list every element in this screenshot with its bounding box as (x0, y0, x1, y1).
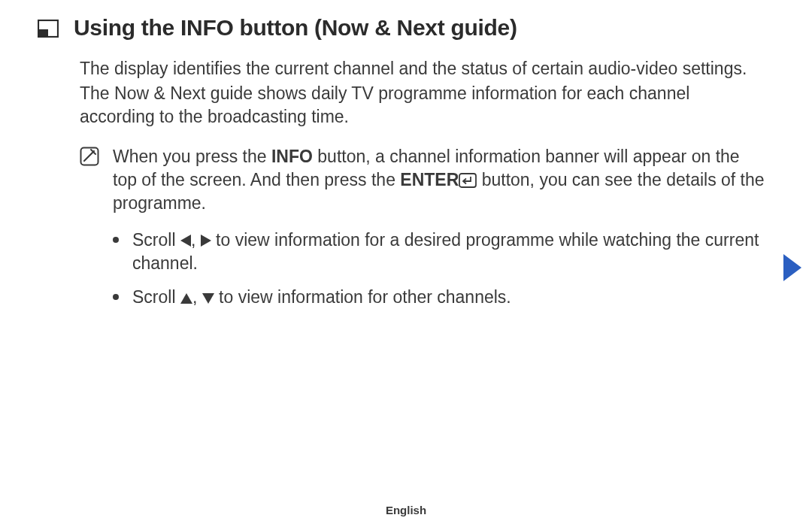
next-page-button[interactable] (783, 254, 801, 281)
note-block: When you press the INFO button, a channe… (80, 145, 767, 215)
note-bold-info: INFO (271, 147, 313, 166)
intro-p1: The display identifies the current chann… (80, 57, 767, 80)
b1-mid: to view information for a desired progra… (132, 230, 759, 273)
bullet-dot-icon (113, 294, 119, 300)
note-pre: When you press the (113, 147, 271, 166)
note-bold-enter: ENTER (400, 170, 459, 189)
bookmark-icon (38, 20, 59, 38)
b2-mid: to view information for other channels. (214, 287, 511, 307)
bullet-text: Scroll , to view information for other c… (132, 286, 767, 309)
arrow-right-icon (201, 235, 211, 247)
intro-p2: The Now & Next guide shows daily TV prog… (80, 82, 767, 129)
b2-pre: Scroll (132, 287, 180, 307)
heading-row: Using the INFO button (Now & Next guide) (38, 15, 767, 41)
page-title: Using the INFO button (Now & Next guide) (74, 15, 517, 41)
bullet-list: Scroll , to view information for a desir… (113, 229, 767, 309)
bullet-text: Scroll , to view information for a desir… (132, 229, 767, 275)
arrow-left-icon (180, 235, 191, 247)
footer-language: English (0, 504, 812, 516)
svg-rect-1 (38, 29, 48, 37)
enter-icon (459, 171, 477, 186)
note-text: When you press the INFO button, a channe… (113, 145, 767, 215)
note-icon (80, 147, 99, 166)
bullet-item: Scroll , to view information for other c… (113, 286, 767, 309)
svg-rect-3 (459, 174, 476, 187)
arrow-up-icon (180, 293, 192, 304)
comma: , (192, 287, 202, 307)
bullet-dot-icon (113, 237, 119, 243)
comma: , (191, 230, 201, 250)
arrow-down-icon (202, 293, 214, 304)
b1-pre: Scroll (132, 230, 180, 250)
bullet-item: Scroll , to view information for a desir… (113, 229, 767, 275)
intro-block: The display identifies the current chann… (80, 57, 767, 129)
